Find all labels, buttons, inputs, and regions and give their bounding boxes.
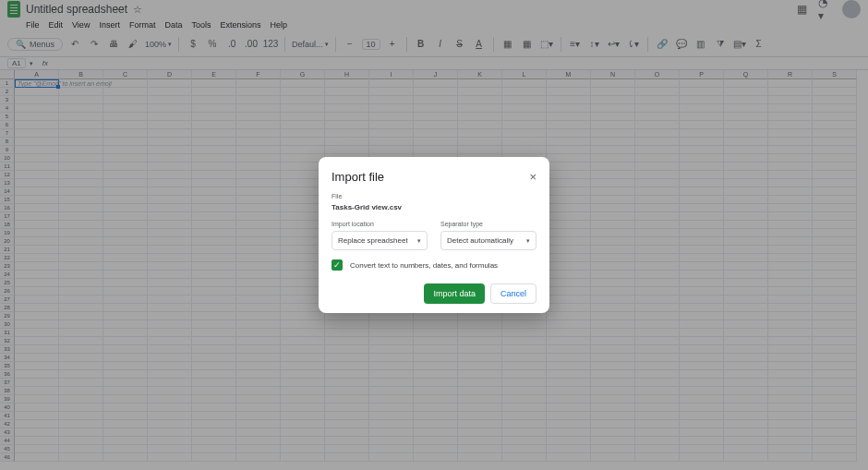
convert-checkbox[interactable]: ✓ bbox=[332, 259, 343, 271]
file-label: File bbox=[332, 193, 536, 199]
import-location-value: Replace spreadsheet bbox=[338, 236, 408, 245]
modal-overlay: Import file × File Tasks-Grid view.csv I… bbox=[0, 0, 868, 470]
separator-type-value: Detect automatically bbox=[447, 236, 513, 245]
dialog-title: Import file bbox=[332, 170, 384, 184]
file-name: Tasks-Grid view.csv bbox=[332, 203, 536, 211]
chevron-down-icon: ▾ bbox=[417, 237, 421, 245]
chevron-down-icon: ▾ bbox=[526, 237, 530, 245]
import-location-label: Import location bbox=[332, 221, 428, 227]
cancel-button[interactable]: Cancel bbox=[490, 283, 536, 304]
separator-type-label: Separator type bbox=[440, 221, 536, 227]
import-file-dialog: Import file × File Tasks-Grid view.csv I… bbox=[319, 157, 549, 313]
import-location-select[interactable]: Replace spreadsheet ▾ bbox=[332, 231, 428, 250]
import-data-button[interactable]: Import data bbox=[424, 283, 485, 304]
close-icon[interactable]: × bbox=[529, 170, 536, 184]
convert-label: Convert text to numbers, dates, and form… bbox=[350, 261, 498, 270]
separator-type-select[interactable]: Detect automatically ▾ bbox=[440, 231, 536, 250]
